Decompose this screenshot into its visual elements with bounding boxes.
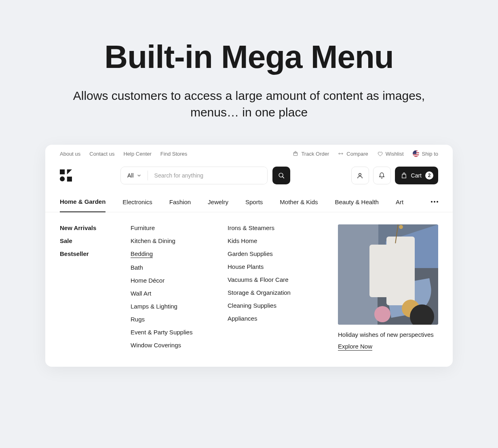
track-order-label: Track Order bbox=[301, 151, 329, 157]
tab-art[interactable]: Art bbox=[396, 192, 403, 212]
mega-link-wall-art[interactable]: Wall Art bbox=[131, 290, 203, 297]
hero-title: Built-in Mega Menu bbox=[24, 38, 474, 76]
notifications-button[interactable] bbox=[373, 167, 391, 184]
svg-rect-1 bbox=[60, 169, 65, 174]
mega-link-bath[interactable]: Bath bbox=[131, 264, 203, 271]
cart-count-badge: 2 bbox=[425, 171, 433, 180]
mega-link-sale[interactable]: Sale bbox=[60, 237, 106, 244]
compare-icon bbox=[338, 151, 344, 156]
mega-link-rugs[interactable]: Rugs bbox=[131, 316, 203, 323]
search-button[interactable] bbox=[272, 167, 290, 184]
mega-link-appliances[interactable]: Appliances bbox=[228, 315, 308, 322]
mega-link-event[interactable]: Event & Party Supplies bbox=[131, 329, 203, 336]
stores-link[interactable]: Find Stores bbox=[160, 151, 187, 157]
mega-link-window[interactable]: Window Coverings bbox=[131, 342, 203, 349]
mega-promo: Holiday wishes of new perspectives Explo… bbox=[338, 224, 438, 351]
mega-link-new-arrivals[interactable]: New Arrivals bbox=[60, 224, 106, 231]
svg-point-4 bbox=[279, 173, 283, 177]
ship-to-link[interactable]: Ship to bbox=[413, 150, 438, 157]
svg-rect-3 bbox=[67, 177, 72, 182]
mega-link-kitchen[interactable]: Kitchen & Dining bbox=[131, 237, 203, 244]
package-icon bbox=[293, 151, 298, 156]
tab-electronics[interactable]: Electronics bbox=[122, 192, 152, 212]
contact-link[interactable]: Contact us bbox=[89, 151, 114, 157]
user-icon bbox=[357, 172, 363, 179]
header-actions: Cart 2 bbox=[351, 167, 438, 184]
main-bar: All Cart 2 bbox=[45, 163, 453, 192]
tab-mother-kids[interactable]: Mother & Kids bbox=[280, 192, 318, 212]
top-bar: About us Contact us Help Center Find Sto… bbox=[45, 145, 453, 163]
svg-rect-0 bbox=[294, 152, 298, 156]
category-nav: Home & Garden Electronics Fashion Jewelr… bbox=[45, 192, 453, 212]
mega-link-bedding[interactable]: Bedding bbox=[131, 250, 153, 258]
mega-link-garden[interactable]: Garden Supplies bbox=[228, 250, 308, 257]
svg-point-5 bbox=[359, 173, 361, 175]
svg-point-2 bbox=[60, 176, 65, 181]
brand-logo[interactable] bbox=[60, 169, 72, 182]
mega-link-storage[interactable]: Storage & Organization bbox=[228, 289, 308, 296]
about-link[interactable]: About us bbox=[60, 151, 80, 157]
help-link[interactable]: Help Center bbox=[123, 151, 151, 157]
mega-link-furniture[interactable]: Furniture bbox=[131, 224, 203, 231]
more-categories-button[interactable] bbox=[431, 194, 438, 209]
cart-label: Cart bbox=[411, 172, 422, 179]
search-input[interactable] bbox=[148, 167, 267, 184]
category-selector-label: All bbox=[127, 172, 134, 179]
mega-link-vacuums[interactable]: Vacuums & Floor Care bbox=[228, 276, 308, 283]
mega-link-lighting[interactable]: Lamps & Lighting bbox=[131, 303, 203, 310]
mega-link-bestseller[interactable]: Bestseller bbox=[60, 250, 106, 257]
mega-link-kids-home[interactable]: Kids Home bbox=[228, 237, 308, 244]
wishlist-link[interactable]: Wishlist bbox=[377, 151, 404, 157]
search-icon bbox=[278, 172, 285, 179]
mega-col-featured: New Arrivals Sale Bestseller bbox=[60, 224, 106, 351]
flag-us-icon bbox=[413, 150, 419, 157]
mega-col-2: Furniture Kitchen & Dining Bedding Bath … bbox=[131, 224, 203, 351]
compare-label: Compare bbox=[346, 151, 368, 157]
account-button[interactable] bbox=[351, 167, 369, 184]
promo-cta[interactable]: Explore Now bbox=[338, 343, 372, 351]
mega-link-plants[interactable]: House Plants bbox=[228, 263, 308, 270]
mega-link-cleaning[interactable]: Cleaning Supplies bbox=[228, 302, 308, 309]
topbar-right: Track Order Compare Wishlist Ship to bbox=[293, 150, 438, 157]
mega-link-irons[interactable]: Irons & Steamers bbox=[228, 224, 308, 231]
search-box: All bbox=[120, 167, 268, 184]
compare-link[interactable]: Compare bbox=[338, 151, 368, 157]
promo-caption: Holiday wishes of new perspectives bbox=[338, 331, 438, 338]
wishlist-label: Wishlist bbox=[386, 151, 404, 157]
tab-fashion[interactable]: Fashion bbox=[169, 192, 191, 212]
app-window: About us Contact us Help Center Find Sto… bbox=[45, 145, 453, 367]
bell-icon bbox=[378, 172, 385, 179]
tab-beauty-health[interactable]: Beauty & Health bbox=[335, 192, 379, 212]
tab-jewelry[interactable]: Jewelry bbox=[208, 192, 228, 212]
search-wrap: All bbox=[120, 167, 290, 184]
hero-subtitle: Allows customers to access a large amoun… bbox=[71, 88, 427, 120]
track-order-link[interactable]: Track Order bbox=[293, 151, 329, 157]
mega-col-3: Irons & Steamers Kids Home Garden Suppli… bbox=[228, 224, 308, 351]
dots-icon bbox=[431, 201, 433, 203]
heart-icon bbox=[377, 151, 383, 156]
bag-icon bbox=[401, 172, 407, 179]
promo-image[interactable] bbox=[338, 224, 438, 325]
category-selector[interactable]: All bbox=[121, 171, 148, 180]
tab-home-garden[interactable]: Home & Garden bbox=[60, 192, 106, 212]
cart-button[interactable]: Cart 2 bbox=[395, 167, 438, 184]
ship-to-label: Ship to bbox=[422, 151, 438, 157]
tab-sports[interactable]: Sports bbox=[245, 192, 263, 212]
topbar-left: About us Contact us Help Center Find Sto… bbox=[60, 151, 187, 157]
mega-link-decor[interactable]: Home Décor bbox=[131, 277, 203, 284]
mega-menu: New Arrivals Sale Bestseller Furniture K… bbox=[45, 212, 453, 367]
chevron-down-icon bbox=[137, 173, 141, 178]
